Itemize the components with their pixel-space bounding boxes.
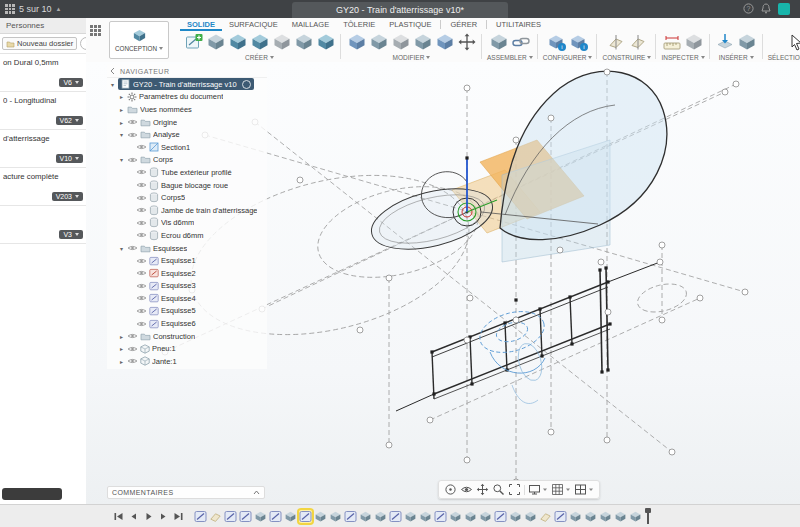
expander-icon[interactable]: ▸ [118, 333, 125, 340]
visibility-eye-icon[interactable] [136, 320, 147, 328]
document-item[interactable]: acture complèteV203 [0, 168, 86, 206]
tree-item-bague-blocage-roue[interactable]: Bague blocage roue [107, 179, 267, 192]
timeline-feature-26-extrude[interactable] [569, 510, 582, 523]
timeline-feature-22-extrude[interactable] [509, 510, 522, 523]
timeline-feature-10-extrude[interactable] [329, 510, 342, 523]
timeline-feature-27-extrude[interactable] [584, 510, 597, 523]
tree-item-pneu-1[interactable]: ▸Pneu:1 [107, 342, 267, 355]
document-tab[interactable]: GY20 - Train d'atterrissage v10* [292, 2, 508, 18]
tree-item-esquisse3[interactable]: Esquisse3 [107, 280, 267, 293]
tree-item-esquisse6[interactable]: Esquisse6 [107, 317, 267, 330]
visibility-eye-icon[interactable] [127, 345, 138, 353]
root-document-pill[interactable]: GY20 - Train d'atterrissage v10 [118, 78, 254, 90]
timeline-feature-21-sketch[interactable] [494, 510, 507, 523]
timeline-feature-6-sketch[interactable] [269, 510, 282, 523]
timeline-feature-23-extrude[interactable] [524, 510, 537, 523]
group-dropdown-modifier[interactable]: MODIFIER [393, 53, 431, 62]
combine-icon[interactable] [412, 31, 433, 53]
play-button[interactable] [142, 510, 154, 522]
timeline-feature-19-extrude[interactable] [464, 510, 477, 523]
create-box-icon[interactable] [205, 31, 226, 53]
version-dropdown[interactable]: V10 [56, 154, 83, 163]
visibility-eye-icon[interactable] [136, 168, 147, 176]
group-dropdown-assembler[interactable]: ASSEMBLER [487, 53, 533, 62]
data-panel-header-tab[interactable]: Personnes [0, 18, 86, 34]
tree-item-jante-1[interactable]: ▸Jante:1 [107, 355, 267, 368]
version-dropdown[interactable]: V203 [52, 192, 83, 201]
timeline-feature-4-sketch[interactable] [239, 510, 252, 523]
timeline-feature-9-extrude[interactable] [314, 510, 327, 523]
timeline-feature-20-extrude[interactable] [479, 510, 492, 523]
tree-item-section1[interactable]: Section1 [107, 141, 267, 154]
configuration-icon[interactable]: i [546, 31, 567, 53]
group-dropdown-ins-rer[interactable]: INSÉRER [719, 53, 754, 62]
move-copy-icon[interactable] [456, 31, 477, 53]
timeline-feature-28-extrude[interactable] [599, 510, 612, 523]
data-panel-footer-badge[interactable] [2, 488, 62, 500]
viewport[interactable]: NAVIGATEUR ▾GY20 - Train d'atterrissage … [86, 62, 800, 505]
timeline-feature-13-extrude[interactable] [374, 510, 387, 523]
construction-plane-icon[interactable] [605, 31, 626, 53]
tab-t-lerie[interactable]: TÔLERIE [336, 20, 382, 31]
expander-icon[interactable]: ▾ [118, 156, 125, 163]
document-item[interactable]: d'atterrissageV10 [0, 130, 86, 168]
collapse-panel-icon[interactable] [109, 67, 117, 76]
tree-item-esquisse5[interactable]: Esquisse5 [107, 305, 267, 318]
visibility-eye-icon[interactable] [136, 257, 147, 265]
create-sketch-icon[interactable] [183, 31, 204, 53]
pan-icon[interactable] [476, 483, 489, 496]
comments-bar[interactable]: COMMENTAIRES [107, 486, 265, 499]
group-dropdown-construire[interactable]: CONSTRUIRE [602, 53, 651, 62]
create-sphere-icon[interactable] [249, 31, 270, 53]
visibility-eye-icon[interactable] [127, 131, 138, 139]
fillet-icon[interactable] [368, 31, 389, 53]
version-dropdown[interactable]: V62 [56, 116, 83, 125]
construction-axis-icon[interactable] [627, 31, 648, 53]
chevron-up-icon[interactable]: ▲ [56, 6, 62, 12]
configuration-table-icon[interactable]: i [568, 31, 589, 53]
visibility-eye-icon[interactable] [127, 118, 138, 126]
expander-icon[interactable]: ▾ [118, 131, 125, 138]
press-pull-icon[interactable] [346, 31, 367, 53]
tab-g-rer[interactable]: GÉRER [443, 20, 484, 31]
tree-item-tube-ext-rieur-profil[interactable]: Tube extérieur profilé [107, 166, 267, 179]
document-item[interactable]: 0 - LongitudinalV62 [0, 92, 86, 130]
visibility-eye-icon[interactable] [127, 332, 138, 340]
timeline-feature-25-sketch[interactable] [554, 510, 567, 523]
section-analysis-icon[interactable] [684, 31, 705, 53]
tree-item-esquisses[interactable]: ▾Esquisses [107, 242, 267, 255]
tree-item-analyse[interactable]: ▾Analyse [107, 128, 267, 141]
create-coil-icon[interactable] [293, 31, 314, 53]
visibility-eye-icon[interactable] [136, 307, 147, 315]
timeline-feature-12-extrude[interactable] [359, 510, 372, 523]
zoom-window-icon[interactable] [492, 483, 505, 496]
workspace-selector[interactable]: CONCEPTION [109, 21, 169, 59]
timeline-feature-24-plane[interactable] [539, 510, 552, 523]
viewport-layout-icon[interactable] [574, 483, 594, 496]
tree-item-gy20-train-d-atterrissage-v10[interactable]: ▾GY20 - Train d'atterrissage v10 [107, 78, 267, 91]
timeline-feature-2-plane[interactable] [209, 510, 222, 523]
visibility-eye-icon[interactable] [136, 219, 147, 227]
visibility-eye-icon[interactable] [136, 282, 147, 290]
expander-icon[interactable]: ▸ [118, 345, 125, 352]
new-folder-button[interactable]: Nouveau dossier [2, 37, 77, 50]
data-panel-toggle[interactable] [86, 18, 104, 62]
group-dropdown-configurer[interactable]: CONFIGURER [543, 53, 593, 62]
tree-item-esquisse4[interactable]: Esquisse4 [107, 292, 267, 305]
expand-comments-icon[interactable] [253, 489, 260, 496]
visibility-eye-icon[interactable] [136, 294, 147, 302]
insert-mesh-icon[interactable] [737, 31, 758, 53]
expander-icon[interactable]: ▾ [109, 81, 116, 88]
display-settings-icon[interactable] [528, 483, 548, 496]
notifications-bell-icon[interactable] [761, 3, 771, 16]
version-dropdown[interactable]: V3 [59, 230, 83, 239]
timeline-feature-8-sketch[interactable] [299, 510, 312, 523]
tree-item-construction[interactable]: ▸Construction [107, 330, 267, 343]
shell-icon[interactable] [390, 31, 411, 53]
visibility-eye-icon[interactable] [127, 357, 138, 365]
visibility-eye-icon[interactable] [136, 194, 147, 202]
tree-item-corps5[interactable]: Corps5 [107, 191, 267, 204]
expander-icon[interactable]: ▾ [118, 245, 125, 252]
tab-surfacique[interactable]: SURFACIQUE [222, 20, 285, 31]
tab-maillage[interactable]: MAILLAGE [285, 20, 337, 31]
